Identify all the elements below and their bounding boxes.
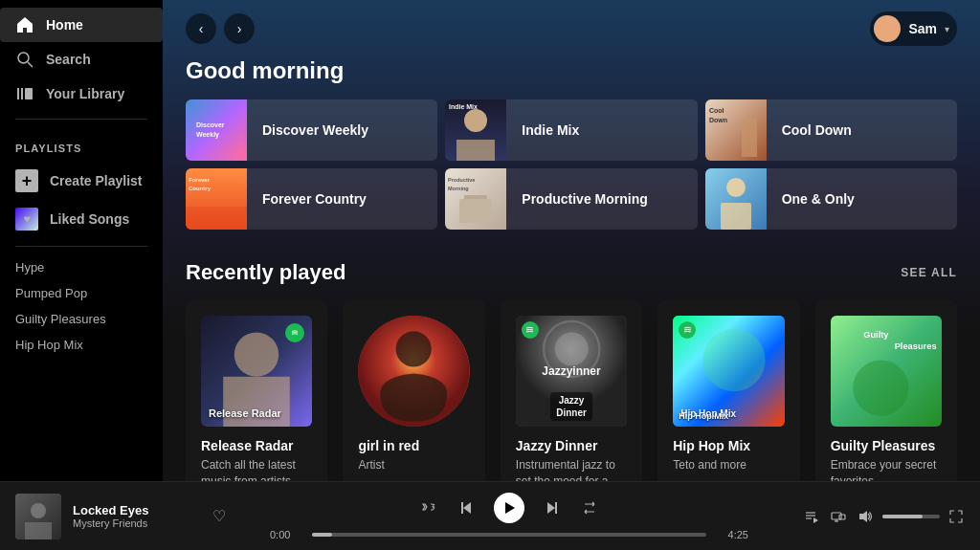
main-content: ‹ › Sam ▾ Good morning — [163, 0, 980, 481]
content-area: Good morning — [163, 57, 980, 481]
svg-rect-24 — [459, 199, 492, 223]
girl-in-red-art — [358, 316, 469, 427]
svg-point-40 — [853, 361, 908, 416]
hip-hop-mix-title: Hip Hop Mix — [673, 438, 784, 453]
player-heart-button[interactable]: ♡ — [212, 507, 226, 525]
guilty-pleasures-art: Guilty Pleasures — [831, 316, 942, 427]
spotify-badge-jazzy — [522, 321, 539, 339]
sidebar-item-search[interactable]: Search — [0, 42, 163, 77]
svg-point-5 — [881, 20, 893, 32]
recently-played-cards: Release Radar Release Radar Catch all th… — [186, 300, 957, 481]
card-guilty-pleasures[interactable]: Guilty Pleasures Guilty Pleasures Embrac… — [815, 300, 957, 481]
sidebar-playlist-guilty-pleasures[interactable]: Guilty Pleasures — [0, 306, 163, 332]
sidebar: Home Search Your Library PLAYLIST — [0, 0, 163, 481]
sidebar-divider — [15, 119, 147, 120]
recently-played-header: Recently played SEE ALL — [186, 260, 957, 285]
girl-in-red-title: girl in red — [358, 438, 469, 453]
svg-text:Down: Down — [709, 117, 727, 123]
featured-card-indie-mix[interactable]: Indie Mix Indie Mix — [445, 99, 697, 161]
user-menu[interactable]: Sam ▾ — [870, 11, 957, 46]
sidebar-playlist-hype[interactable]: Hype — [0, 254, 163, 280]
svg-marker-47 — [547, 502, 555, 514]
svg-point-27 — [726, 178, 746, 197]
playlists-section-title: PLAYLISTS — [0, 127, 163, 162]
guilty-pleasures-subtitle: Embrace your secret favorites. — [831, 457, 942, 481]
featured-card-forever-country[interactable]: Forever Country Forever Country — [186, 168, 437, 230]
volume-button[interactable] — [856, 507, 875, 526]
next-button[interactable] — [540, 496, 563, 519]
svg-point-29 — [289, 327, 301, 339]
featured-card-discover-weekly[interactable]: Discover Weekly Discover Weekly — [186, 99, 437, 161]
svg-text:Forever: Forever — [189, 177, 211, 183]
library-icon — [15, 84, 34, 103]
shuffle-button[interactable] — [417, 496, 440, 519]
sidebar-item-home[interactable]: Home — [0, 8, 163, 42]
liked-songs-item[interactable]: ♥ Liked Songs — [0, 200, 163, 238]
indie-mix-label: Indie Mix — [506, 122, 594, 138]
svg-rect-20 — [186, 207, 247, 230]
sidebar-playlist-pumped-pop[interactable]: Pumped Pop — [0, 280, 163, 306]
card-girl-in-red[interactable]: girl in red Artist — [343, 300, 484, 481]
svg-text:Weekly: Weekly — [196, 131, 219, 139]
see-all-button[interactable]: SEE ALL — [901, 266, 957, 279]
svg-rect-43 — [25, 522, 52, 539]
back-button[interactable]: ‹ — [186, 13, 216, 44]
queue-button[interactable] — [802, 507, 821, 526]
card-jazzy-dinner[interactable]: JazzyDinner Jazzy Dinner Instrumental ja… — [501, 300, 642, 481]
discover-weekly-art: Discover Weekly — [186, 99, 247, 161]
player-track: Locked Eyes Mystery Friends ♡ — [15, 494, 226, 539]
player-album-art — [15, 494, 61, 539]
hip-hop-mix-subtitle: Teto and more — [673, 457, 784, 473]
one-and-only-label: One & Only — [767, 191, 870, 207]
featured-card-one-and-only[interactable]: One & Only — [705, 168, 957, 230]
page-greeting: Good morning — [186, 57, 957, 84]
devices-button[interactable] — [829, 507, 848, 526]
avatar — [874, 15, 901, 42]
discover-weekly-label: Discover Weekly — [247, 122, 384, 138]
jazzy-dinner-title: Jazzy Dinner — [516, 438, 627, 453]
svg-rect-28 — [721, 203, 751, 230]
card-release-radar[interactable]: Release Radar Release Radar Catch all th… — [186, 300, 327, 481]
svg-marker-46 — [505, 502, 515, 514]
svg-rect-45 — [461, 502, 463, 514]
player-extras — [792, 507, 965, 526]
girl-in-red-subtitle: Artist — [358, 457, 469, 473]
previous-button[interactable] — [456, 496, 479, 519]
productive-morning-label: Productive Morning — [506, 191, 662, 207]
svg-point-31 — [396, 331, 432, 366]
svg-rect-25 — [464, 195, 487, 199]
repeat-button[interactable] — [578, 496, 601, 519]
hip-hop-mix-art: Hip Hop Mix — [673, 316, 784, 427]
progress-bar-container: 0:00 4:25 — [270, 529, 748, 540]
featured-card-cool-down[interactable]: Cool Down Cool Down — [705, 99, 957, 161]
svg-marker-52 — [813, 517, 818, 523]
jazzy-dinner-subtitle: Instrumental jazz to set the mood for a … — [516, 457, 627, 481]
svg-text:Discover: Discover — [196, 121, 225, 128]
release-radar-subtitle: Catch all the latest music from artists … — [201, 457, 312, 481]
svg-rect-2 — [17, 88, 19, 99]
search-icon — [15, 50, 34, 69]
release-radar-overlay: Release Radar — [209, 407, 281, 419]
player-track-name: Locked Eyes — [73, 503, 201, 517]
progress-track[interactable] — [312, 533, 706, 537]
guilty-pleasures-title: Guilty Pleasures — [831, 438, 942, 453]
svg-point-36 — [703, 329, 766, 391]
sidebar-item-library[interactable]: Your Library — [0, 77, 163, 111]
volume-bar[interactable] — [882, 515, 940, 518]
home-icon — [15, 15, 34, 34]
svg-marker-44 — [463, 502, 471, 514]
jazzy-dinner-art: JazzyDinner — [516, 316, 627, 427]
fullscreen-button[interactable] — [947, 508, 965, 525]
svg-text:Pleasures: Pleasures — [894, 341, 936, 351]
featured-card-productive-morning[interactable]: Productive Morning Productive Morning — [445, 168, 697, 230]
play-button[interactable] — [494, 493, 524, 523]
sidebar-playlist-hip-hop-mix[interactable]: Hip Hop Mix — [0, 332, 163, 358]
cool-down-label: Cool Down — [767, 122, 867, 138]
volume-fill — [882, 515, 923, 518]
hip-hop-mix-overlay: Hip Hop Mix — [679, 411, 728, 421]
forever-country-art: Forever Country — [186, 168, 247, 230]
create-playlist-item[interactable]: + Create Playlist — [0, 162, 163, 200]
card-hip-hop-mix[interactable]: Hip Hop Mix Hip Hop Mix Teto and more — [657, 300, 799, 481]
forward-button[interactable]: › — [224, 13, 255, 44]
svg-rect-6 — [189, 103, 243, 157]
